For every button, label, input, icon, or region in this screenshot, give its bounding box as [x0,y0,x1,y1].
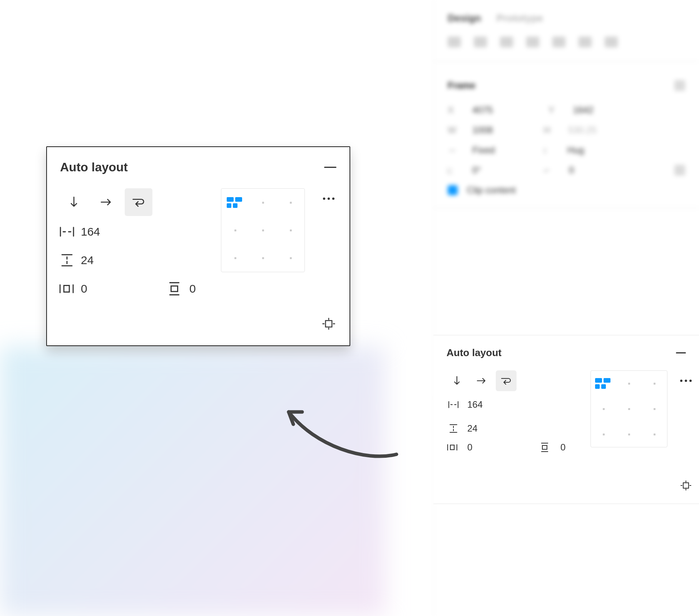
alignment-top-left-active [595,378,612,389]
direction-horizontal-button[interactable] [471,370,492,391]
tab-prototype: Prototype [497,12,543,24]
vertical-padding-icon [540,442,554,453]
vertical-padding-input[interactable]: 0 [560,442,584,453]
horizontal-padding-icon [446,443,460,452]
individual-padding-button[interactable] [313,317,344,331]
horizontal-padding-icon [60,284,74,294]
vertical-gap-input[interactable]: 24 [60,248,212,273]
svg-rect-2 [683,483,689,488]
vertical-padding-input[interactable]: 0 [189,282,212,295]
svg-rect-1 [542,445,547,449]
background-gradient [0,346,385,616]
direction-vertical-button[interactable] [446,370,467,391]
clip-content-checkbox [448,185,458,195]
direction-wrap-button[interactable] [496,370,517,391]
horizontal-gap-input[interactable]: 164 [446,394,584,415]
direction-horizontal-button[interactable] [92,188,120,216]
vertical-padding-icon [169,283,182,295]
alignment-toolbar [434,34,699,58]
auto-layout-advanced-button[interactable] [674,370,697,391]
auto-layout-title: Auto layout [60,160,128,174]
tab-design: Design [448,12,481,24]
svg-rect-5 [326,321,332,327]
horizontal-gap-input[interactable]: 164 [60,219,212,244]
auto-layout-section-sidebar: Auto layout 164 [433,335,699,504]
resize-to-fit-icon [674,80,685,91]
remove-auto-layout-button[interactable] [676,352,686,353]
auto-layout-advanced-button[interactable] [313,188,344,209]
svg-rect-3 [64,286,69,292]
alignment-top-left-active [227,197,244,208]
vertical-gap-icon [446,424,460,434]
auto-layout-title: Auto layout [446,347,502,359]
vertical-gap-icon [60,254,74,266]
direction-wrap-button[interactable] [125,188,152,216]
remove-auto-layout-button[interactable] [324,167,336,168]
frame-section-title: Frame [448,80,475,91]
svg-rect-4 [171,286,177,291]
direction-vertical-button[interactable] [60,188,88,216]
horizontal-padding-input[interactable]: 0 [81,282,104,295]
svg-rect-0 [450,445,454,450]
individual-padding-button[interactable] [674,480,697,491]
auto-layout-popout-panel: Auto layout 164 [46,146,350,346]
alignment-grid[interactable] [221,188,305,272]
horizontal-padding-input[interactable]: 0 [467,442,490,453]
vertical-gap-input[interactable]: 24 [446,418,584,439]
horizontal-gap-icon [60,227,74,237]
horizontal-gap-icon [446,400,460,409]
alignment-grid[interactable] [590,370,667,447]
independent-corners-icon [674,165,685,176]
properties-sidebar-blurred: Design Prototype Frame X4075 Y1642 W1008… [433,0,699,616]
